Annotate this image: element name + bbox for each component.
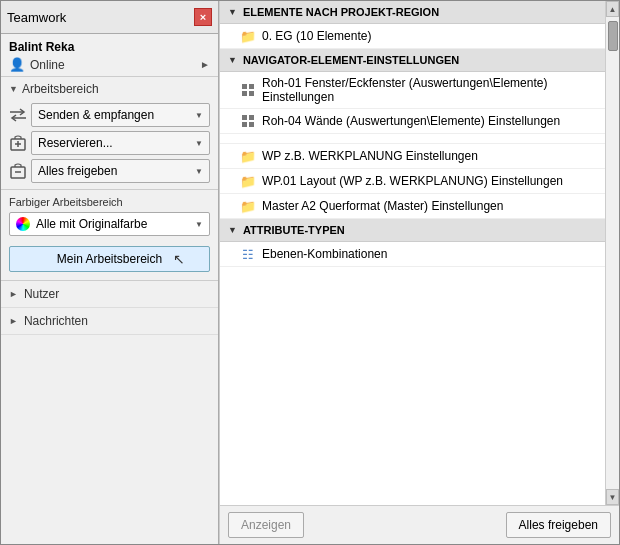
grid-icon-roh01 xyxy=(240,82,256,98)
attribute-header-label: ATTRIBUTE-TYPEN xyxy=(243,224,345,236)
farbe-label: Farbiger Arbeitsbereich xyxy=(9,196,210,208)
scroll-down-button[interactable]: ▼ xyxy=(606,489,619,505)
list-item-ebenen: ☷ Ebenen-Kombinationen xyxy=(220,242,605,267)
farbe-dropdown[interactable]: Alle mit Originalfarbe ▼ xyxy=(9,212,210,236)
nav-item-nutzer[interactable]: ► Nutzer xyxy=(1,281,218,308)
nav-section: ► Nutzer ► Nachrichten xyxy=(1,280,218,335)
main-window: Teamwork × Balint Reka 👤 Online ► ▼ Arbe… xyxy=(0,0,620,545)
user-name: Balint Reka xyxy=(9,40,210,54)
alles-freigeben-footer-button[interactable]: Alles freigeben xyxy=(506,512,611,538)
navigator-arrow-icon: ▼ xyxy=(228,55,237,65)
send-icon xyxy=(9,106,27,124)
reserve-dropdown-arrow-icon: ▼ xyxy=(195,139,203,148)
attribute-arrow-icon: ▼ xyxy=(228,225,237,235)
reserve-button-label: Reservieren... xyxy=(38,136,113,150)
right-scroll-area: ▼ ELEMENTE NACH PROJEKT-REGION 📁 0. EG (… xyxy=(220,1,619,505)
mein-arbeitsbereich-button[interactable]: Mein Arbeitsbereich ↖ xyxy=(9,246,210,272)
list-item-wp-spacer xyxy=(220,134,605,144)
arbeitsbereich-header: ▼ Arbeitsbereich xyxy=(1,77,218,101)
scroll-up-button[interactable]: ▲ xyxy=(606,1,619,17)
section-header-elemente: ▼ ELEMENTE NACH PROJEKT-REGION xyxy=(220,1,605,24)
user-status-text: Online xyxy=(30,58,65,72)
scroll-thumb[interactable] xyxy=(608,21,618,51)
list-item-eg: 📁 0. EG (10 Elemente) xyxy=(220,24,605,49)
wp-label: WP z.B. WERKPLANUNG Einstellungen xyxy=(262,149,478,163)
title-bar: Teamwork × xyxy=(1,1,218,34)
section-header-attribute: ▼ ATTRIBUTE-TYPEN xyxy=(220,219,605,242)
release-dropdown-arrow-icon: ▼ xyxy=(195,167,203,176)
mein-btn-label: Mein Arbeitsbereich xyxy=(57,252,162,266)
nav-item-nachrichten[interactable]: ► Nachrichten xyxy=(1,308,218,335)
roh04-label: Roh-04 Wände (Auswertungen\Elemente) Ein… xyxy=(262,114,560,128)
right-content: ▼ ELEMENTE NACH PROJEKT-REGION 📁 0. EG (… xyxy=(220,1,605,505)
list-item-roh01: Roh-01 Fenster/Eckfenster (Auswertungen\… xyxy=(220,72,605,109)
user-icon: 👤 xyxy=(9,57,25,72)
roh01-label: Roh-01 Fenster/Eckfenster (Auswertungen\… xyxy=(262,76,597,104)
nutzer-arrow-icon: ► xyxy=(9,289,18,299)
cursor-icon: ↖ xyxy=(173,251,185,267)
elemente-arrow-icon: ▼ xyxy=(228,7,237,17)
user-section: Balint Reka 👤 Online ► xyxy=(1,34,218,77)
folder-icon-eg: 📁 xyxy=(240,28,256,44)
right-footer: Anzeigen Alles freigeben xyxy=(220,505,619,544)
window-title: Teamwork xyxy=(7,10,66,25)
folder-icon-master: 📁 xyxy=(240,198,256,214)
reserve-icon xyxy=(9,134,27,152)
arbeitsbereich-label: Arbeitsbereich xyxy=(22,82,99,96)
list-item-master: 📁 Master A2 Querformat (Master) Einstell… xyxy=(220,194,605,219)
release-icon xyxy=(9,162,27,180)
list-item-wp: 📁 WP z.B. WERKPLANUNG Einstellungen xyxy=(220,144,605,169)
reserve-row: Reservieren... ▼ xyxy=(1,129,218,157)
user-status-row: 👤 Online ► xyxy=(9,57,210,72)
reserve-button[interactable]: Reservieren... ▼ xyxy=(31,131,210,155)
farbe-section: Farbiger Arbeitsbereich Alle mit Origina… xyxy=(1,189,218,240)
nachrichten-label: Nachrichten xyxy=(24,314,88,328)
ebenen-label: Ebenen-Kombinationen xyxy=(262,247,387,261)
nachrichten-arrow-icon: ► xyxy=(9,316,18,326)
nutzer-label: Nutzer xyxy=(24,287,59,301)
send-row: Senden & empfangen ▼ xyxy=(1,101,218,129)
color-wheel-icon xyxy=(16,217,30,231)
send-button-label: Senden & empfangen xyxy=(38,108,154,122)
grid-icon-roh04 xyxy=(240,113,256,129)
master-label: Master A2 Querformat (Master) Einstellun… xyxy=(262,199,503,213)
folder-icon-wp: 📁 xyxy=(240,148,256,164)
list-item-roh04: Roh-04 Wände (Auswertungen\Elemente) Ein… xyxy=(220,109,605,134)
release-row: Alles freigeben ▼ xyxy=(1,157,218,185)
farbe-option: Alle mit Originalfarbe xyxy=(36,217,147,231)
status-arrow-icon[interactable]: ► xyxy=(200,59,210,70)
wp01-label: WP.01 Layout (WP z.B. WERKPLANUNG) Einst… xyxy=(262,174,563,188)
navigator-header-label: NAVIGATOR-ELEMENT-EINSTELLUNGEN xyxy=(243,54,459,66)
farbe-arrow-icon: ▼ xyxy=(195,220,203,229)
eg-label: 0. EG (10 Elemente) xyxy=(262,29,371,43)
right-panel: ▼ ELEMENTE NACH PROJEKT-REGION 📁 0. EG (… xyxy=(219,1,619,544)
elemente-header-label: ELEMENTE NACH PROJEKT-REGION xyxy=(243,6,439,18)
list-item-wp01: 📁 WP.01 Layout (WP z.B. WERKPLANUNG) Ein… xyxy=(220,169,605,194)
send-dropdown-arrow-icon: ▼ xyxy=(195,111,203,120)
send-button[interactable]: Senden & empfangen ▼ xyxy=(31,103,210,127)
folder-icon-wp01: 📁 xyxy=(240,173,256,189)
release-button[interactable]: Alles freigeben ▼ xyxy=(31,159,210,183)
attr-icon-ebenen: ☷ xyxy=(240,246,256,262)
left-panel: Teamwork × Balint Reka 👤 Online ► ▼ Arbe… xyxy=(1,1,219,544)
release-button-label: Alles freigeben xyxy=(38,164,117,178)
section-header-navigator: ▼ NAVIGATOR-ELEMENT-EINSTELLUNGEN xyxy=(220,49,605,72)
scrollbar[interactable]: ▲ ▼ xyxy=(605,1,619,505)
arbeitsbereich-arrow-icon: ▼ xyxy=(9,84,18,94)
close-button[interactable]: × xyxy=(194,8,212,26)
anzeigen-button[interactable]: Anzeigen xyxy=(228,512,304,538)
